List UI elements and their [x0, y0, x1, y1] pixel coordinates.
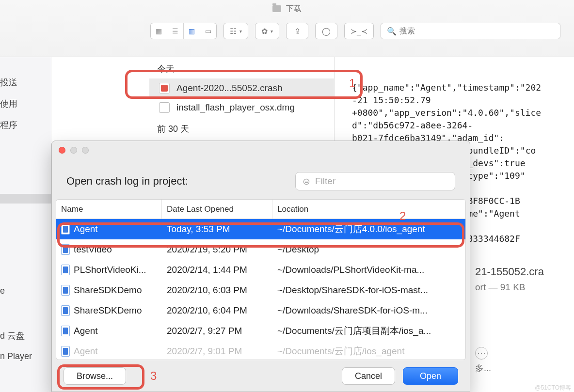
arrange-button[interactable]: ☷▾: [223, 23, 248, 39]
cell-date: 2020/2/10, 6:04 PM: [162, 305, 272, 316]
toolbar-row: ▦ ☰ ▥ ▭ ☷▾ ✿▾ ⇪ ◯ ≻_≺ 🔍: [0, 14, 574, 39]
zoom-icon: [82, 147, 89, 154]
table-row[interactable]: PLShortVideoKi... 2020/2/14, 1:44 PM ~/D…: [56, 260, 465, 280]
minimize-icon: [70, 147, 77, 154]
annotation-box-2: [57, 222, 464, 248]
sidebar-item[interactable]: e: [0, 281, 51, 301]
table-row[interactable]: ShareSDKDemo 2020/2/10, 6:04 PM ~/Downlo…: [56, 300, 465, 321]
dmg-file-icon: [159, 102, 170, 113]
cell-location: ~/Documents/云门店/ios_agent: [272, 345, 465, 358]
dialog-title: Open crash log in project:: [66, 175, 188, 188]
view-column-icon[interactable]: ▥: [184, 23, 200, 39]
sidebar-item[interactable]: d 云盘: [0, 325, 51, 346]
folder-icon: [272, 5, 281, 12]
table-row[interactable]: Agent 2020/2/7, 9:27 PM ~/Documents/云门店项…: [56, 321, 465, 341]
view-icon-icon[interactable]: ▦: [151, 23, 167, 39]
cell-date: 2020/2/14, 1:44 PM: [162, 265, 272, 275]
file-name: install_flash_player_osx.dmg: [176, 102, 295, 113]
file-row[interactable]: install_flash_player_osx.dmg: [149, 98, 334, 117]
finder-title: 下载: [0, 0, 574, 14]
annotation-number-3: 3: [150, 369, 157, 383]
preview-subtitle: ort — 91 KB: [475, 282, 544, 293]
cell-name: ShareSDKDemo: [74, 305, 142, 316]
project-icon: [61, 285, 70, 296]
annotation-number-1: 1: [349, 77, 355, 90]
table-row[interactable]: ShareSDKDemo 2020/2/10, 6:03 PM ~/Deskto…: [56, 280, 465, 300]
view-mode-group[interactable]: ▦ ☰ ▥ ▭: [150, 23, 217, 39]
preview-filename-text: 21-155052.cra: [475, 266, 544, 278]
cell-location: ~/Downloads/ShareSDK-for-iOS-m...: [272, 305, 465, 316]
cell-name: Agent: [74, 346, 98, 357]
finder-toolbar: 下载 ▦ ☰ ▥ ▭ ☷▾ ✿▾ ⇪ ◯ ≻_≺ 🔍: [0, 0, 574, 57]
cancel-button[interactable]: Cancel: [342, 367, 395, 385]
finder-title-text: 下载: [286, 4, 302, 13]
table-row[interactable]: Agent 2020/2/7, 9:01 PM ~/Documents/云门店/…: [56, 341, 465, 360]
annotation-number-2: 2: [399, 209, 406, 223]
share-button[interactable]: ⇪: [286, 23, 308, 39]
annotation-box-3: [57, 364, 144, 390]
search-field[interactable]: 🔍: [381, 23, 560, 39]
cell-name: PLShortVideoKi...: [74, 265, 146, 275]
more-icon: ⋯: [475, 347, 488, 360]
cell-location: ~/Downloads/PLShortVideoKit-ma...: [272, 265, 465, 275]
preview-filename: 21-155052.cra ort — 91 KB: [475, 266, 544, 293]
project-icon: [61, 326, 70, 336]
action-button[interactable]: ✿▾: [255, 23, 279, 39]
path-button[interactable]: ≻_≺: [344, 23, 374, 39]
close-icon[interactable]: [59, 147, 65, 154]
search-icon: 🔍: [387, 27, 397, 36]
cell-date: 2020/2/10, 6:03 PM: [162, 285, 272, 296]
filter-placeholder: Filter: [315, 176, 335, 187]
cell-location: ~/Desktop/ShareSDK-for-iOS-mast...: [272, 285, 465, 296]
view-list-icon[interactable]: ☰: [167, 23, 184, 39]
cell-location: ~/Documents/云门店项目副本/ios_a...: [272, 325, 465, 337]
sidebar-item[interactable]: n Player: [0, 346, 51, 366]
cell-date: 2020/2/7, 9:27 PM: [162, 326, 272, 336]
preview-more[interactable]: ⋯ 多...: [475, 347, 491, 374]
search-input[interactable]: [399, 27, 554, 35]
sidebar-item[interactable]: 使用: [0, 93, 51, 114]
project-icon: [61, 265, 70, 275]
sidebar-item[interactable]: 程序: [0, 114, 51, 136]
project-icon: [61, 305, 70, 316]
sidebar-item[interactable]: 投送: [0, 72, 51, 93]
col-location[interactable]: Location: [272, 200, 465, 219]
project-icon: [61, 346, 70, 357]
cell-name: ShareSDKDemo: [74, 285, 142, 296]
more-label: 多...: [475, 363, 491, 373]
filter-field[interactable]: ⊜ Filter: [295, 172, 455, 190]
section-last30: 前 30 天: [149, 117, 334, 139]
tags-button[interactable]: ◯: [315, 23, 337, 39]
annotation-box-1: [125, 70, 363, 99]
sidebar-item[interactable]: [0, 194, 51, 204]
cell-name: Agent: [74, 326, 98, 336]
filter-icon: ⊜: [303, 176, 310, 187]
cell-date: 2020/2/7, 9:01 PM: [162, 346, 272, 357]
watermark: @51CTO博客: [535, 384, 571, 392]
window-controls[interactable]: [52, 141, 470, 159]
col-name[interactable]: Name: [56, 200, 162, 219]
open-crash-dialog: Open crash log in project: ⊜ Filter Name…: [51, 141, 470, 392]
open-button[interactable]: Open: [403, 367, 458, 385]
view-gallery-icon[interactable]: ▭: [200, 23, 216, 39]
col-date[interactable]: Date Last Opened: [162, 200, 272, 219]
finder-sidebar: 投送 使用 程序 e d 云盘 n Player: [0, 57, 51, 392]
